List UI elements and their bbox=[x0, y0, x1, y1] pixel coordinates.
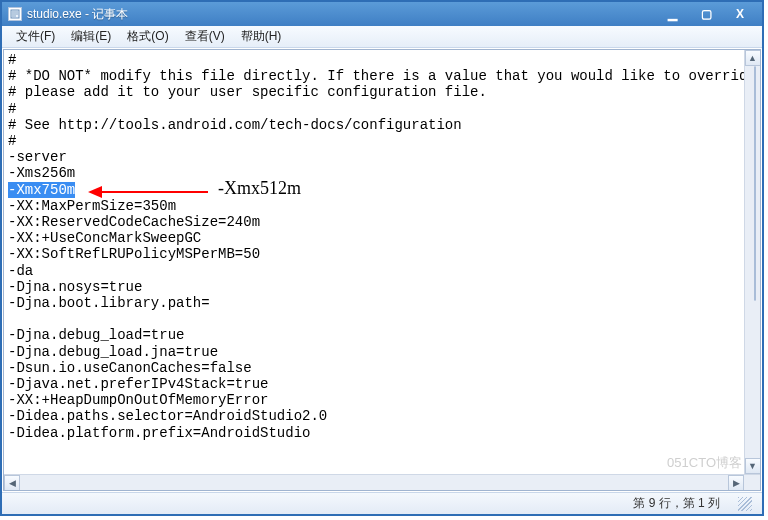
line: -XX:+HeapDumpOnOutOfMemoryError bbox=[8, 392, 268, 408]
statusbar: 第 9 行，第 1 列 bbox=[2, 492, 762, 514]
line: # See http://tools.android.com/tech-docs… bbox=[8, 117, 462, 133]
scroll-left-button[interactable]: ◀ bbox=[4, 475, 20, 491]
line: -XX:SoftRefLRUPolicyMSPerMB=50 bbox=[8, 246, 260, 262]
close-button[interactable]: X bbox=[724, 5, 756, 23]
line: -Djna.debug_load=true bbox=[8, 327, 184, 343]
window-title: studio.exe - 记事本 bbox=[27, 6, 656, 23]
titlebar[interactable]: studio.exe - 记事本 ▁ ▢ X bbox=[2, 2, 762, 26]
line: -Djna.nosys=true bbox=[8, 279, 142, 295]
line: -da bbox=[8, 263, 33, 279]
line: -Didea.platform.prefix=AndroidStudio bbox=[8, 425, 310, 441]
line: -Djna.boot.library.path= bbox=[8, 295, 210, 311]
app-icon bbox=[8, 7, 22, 21]
line: -XX:MaxPermSize=350m bbox=[8, 198, 176, 214]
menu-edit[interactable]: 编辑(E) bbox=[63, 26, 119, 47]
line: # bbox=[8, 52, 16, 68]
selected-line: -Xmx750m bbox=[8, 182, 75, 198]
menu-file[interactable]: 文件(F) bbox=[8, 26, 63, 47]
line: -Xms256m bbox=[8, 165, 75, 181]
line: -server bbox=[8, 149, 67, 165]
scroll-right-button[interactable]: ▶ bbox=[728, 475, 744, 491]
resize-grip-icon[interactable] bbox=[738, 497, 752, 511]
hscroll-track[interactable] bbox=[20, 475, 728, 490]
vertical-scrollbar[interactable]: ▲ ▼ bbox=[744, 50, 760, 474]
menu-help[interactable]: 帮助(H) bbox=[233, 26, 290, 47]
horizontal-scrollbar[interactable]: ◀ ▶ bbox=[4, 474, 760, 490]
line: -XX:+UseConcMarkSweepGC bbox=[8, 230, 201, 246]
editor-area[interactable]: # # *DO NOT* modify this file directly. … bbox=[3, 49, 761, 491]
line: # please add it to your user specific co… bbox=[8, 84, 487, 100]
line: -Didea.paths.selector=AndroidStudio2.0 bbox=[8, 408, 327, 424]
maximize-button[interactable]: ▢ bbox=[690, 5, 722, 23]
line: -Djava.net.preferIPv4Stack=true bbox=[8, 376, 268, 392]
menu-format[interactable]: 格式(O) bbox=[119, 26, 176, 47]
scroll-up-button[interactable]: ▲ bbox=[745, 50, 761, 66]
minimize-button[interactable]: ▁ bbox=[656, 5, 688, 23]
editor-text[interactable]: # # *DO NOT* modify this file directly. … bbox=[4, 50, 744, 490]
line: -Dsun.io.useCanonCaches=false bbox=[8, 360, 252, 376]
notepad-window: studio.exe - 记事本 ▁ ▢ X 文件(F) 编辑(E) 格式(O)… bbox=[0, 0, 764, 516]
window-controls: ▁ ▢ X bbox=[656, 5, 756, 23]
line: # *DO NOT* modify this file directly. If… bbox=[8, 68, 744, 84]
cursor-position: 第 9 行，第 1 列 bbox=[633, 495, 720, 512]
line: # bbox=[8, 101, 16, 117]
line: -Djna.debug_load.jna=true bbox=[8, 344, 218, 360]
scroll-down-button[interactable]: ▼ bbox=[745, 458, 761, 474]
scroll-corner bbox=[744, 475, 760, 491]
menubar: 文件(F) 编辑(E) 格式(O) 查看(V) 帮助(H) bbox=[2, 26, 762, 48]
scroll-thumb[interactable] bbox=[754, 66, 756, 301]
menu-view[interactable]: 查看(V) bbox=[177, 26, 233, 47]
line: -XX:ReservedCodeCacheSize=240m bbox=[8, 214, 260, 230]
line: # bbox=[8, 133, 16, 149]
